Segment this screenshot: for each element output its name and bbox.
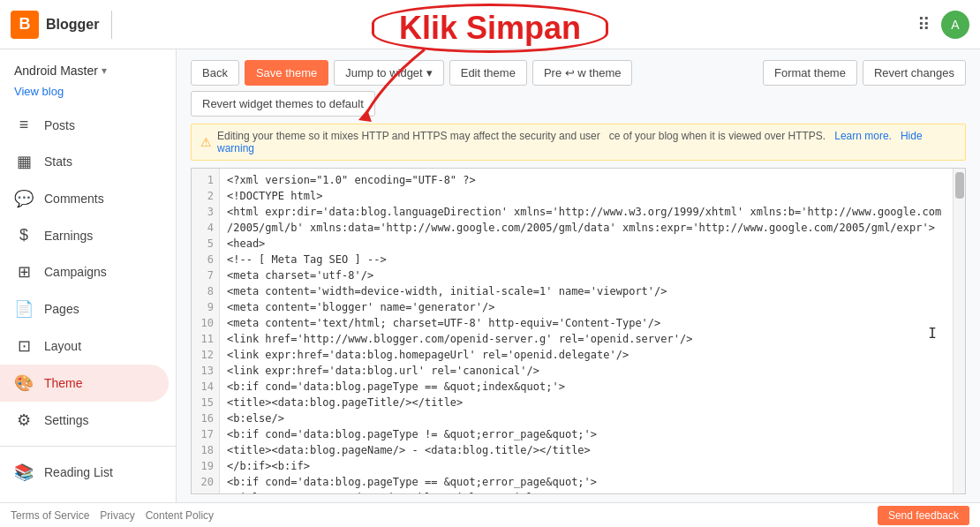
scrollbar[interactable] bbox=[953, 169, 965, 493]
warning-bar: ⚠ Editing your theme so it mixes HTTP an… bbox=[191, 124, 966, 161]
sidebar-item-label: Stats bbox=[44, 154, 72, 169]
settings-icon: ⚙ bbox=[14, 410, 34, 430]
avatar[interactable]: A bbox=[941, 11, 969, 39]
sidebar-item-label: Layout bbox=[44, 339, 81, 353]
dropdown-arrow-icon: ▾ bbox=[426, 66, 433, 79]
comments-icon: 💬 bbox=[14, 189, 34, 208]
layout-icon: ⊡ bbox=[14, 336, 34, 356]
terms-link[interactable]: Terms of Service bbox=[11, 509, 89, 522]
sidebar-divider bbox=[0, 446, 176, 447]
privacy-link[interactable]: Privacy bbox=[100, 509, 134, 522]
pages-icon: 📄 bbox=[14, 299, 34, 319]
sidebar-item-campaigns[interactable]: ⊞ Campaigns bbox=[0, 253, 169, 290]
code-content[interactable]: <?xml version="1.0" encoding="UTF-8" ?><… bbox=[220, 169, 965, 494]
sidebar-item-theme[interactable]: 🎨 Theme bbox=[0, 365, 169, 402]
sidebar-item-label: Settings bbox=[44, 413, 89, 427]
sidebar-item-earnings[interactable]: $ Earnings bbox=[0, 217, 169, 253]
footer: Terms of Service Privacy Content Policy … bbox=[0, 502, 980, 527]
sidebar-item-posts[interactable]: ≡ Posts bbox=[0, 107, 169, 143]
learn-more-link[interactable]: Learn more. bbox=[834, 130, 892, 142]
sidebar-item-settings[interactable]: ⚙ Settings bbox=[0, 402, 169, 439]
view-blog-link[interactable]: View blog bbox=[0, 83, 176, 107]
send-feedback-button[interactable]: Send feedback bbox=[878, 506, 969, 525]
main-layout: Android Master ▾ View blog ≡ Posts ▦ Sta… bbox=[0, 49, 980, 527]
preview-theme-button[interactable]: Pre ↩ w theme bbox=[532, 60, 633, 86]
code-lines: 1234567891011121314151617181920212223242… bbox=[192, 169, 965, 494]
sidebar: Android Master ▾ View blog ≡ Posts ▦ Sta… bbox=[0, 49, 177, 527]
klik-simpan-annotation: Klik Simpan bbox=[372, 4, 608, 53]
sidebar-item-label: Pages bbox=[44, 302, 79, 316]
earnings-icon: $ bbox=[14, 226, 34, 245]
jump-to-widget-button[interactable]: Jump to widget ▾ bbox=[334, 60, 443, 86]
sidebar-item-label: Comments bbox=[44, 192, 104, 206]
edit-theme-button[interactable]: Edit theme bbox=[449, 60, 527, 86]
code-editor[interactable]: 1234567891011121314151617181920212223242… bbox=[191, 168, 966, 494]
revert-button[interactable]: Revert changes bbox=[863, 60, 966, 86]
blog-name[interactable]: Android Master ▾ bbox=[0, 58, 176, 83]
grid-icon[interactable]: ⠿ bbox=[917, 14, 931, 35]
sidebar-item-label: Campaigns bbox=[44, 265, 107, 279]
warning-text: Editing your theme so it mixes HTTP and … bbox=[217, 130, 956, 154]
back-button[interactable]: Back bbox=[191, 60, 239, 86]
header: B Blogger Klik Simpan ⠿ A bbox=[0, 0, 980, 49]
stats-icon: ▦ bbox=[14, 152, 34, 171]
content-area: Back Save theme Jump to widget ▾ Edit th… bbox=[177, 49, 980, 527]
footer-links: Terms of Service Privacy Content Policy bbox=[11, 509, 214, 522]
sidebar-item-pages[interactable]: 📄 Pages bbox=[0, 290, 169, 327]
content-policy-link[interactable]: Content Policy bbox=[146, 509, 214, 522]
campaigns-icon: ⊞ bbox=[14, 262, 34, 282]
theme-icon: 🎨 bbox=[14, 373, 34, 393]
save-theme-button[interactable]: Save theme bbox=[245, 60, 328, 86]
sidebar-item-stats[interactable]: ▦ Stats bbox=[0, 143, 169, 180]
brand-name: Blogger bbox=[46, 17, 99, 33]
header-right: ⠿ A bbox=[917, 11, 969, 39]
warning-icon: ⚠ bbox=[200, 135, 212, 149]
annotation-text: Klik Simpan bbox=[399, 10, 581, 46]
dropdown-arrow: ▾ bbox=[102, 64, 107, 77]
posts-icon: ≡ bbox=[14, 116, 34, 134]
sidebar-item-label: Reading List bbox=[44, 465, 113, 479]
reading-list-icon: 📚 bbox=[14, 463, 34, 482]
revert-widget-button[interactable]: Revert widget themes to default bbox=[191, 91, 375, 117]
sidebar-item-comments[interactable]: 💬 Comments bbox=[0, 180, 169, 217]
blogger-logo: B Blogger bbox=[11, 11, 112, 39]
line-numbers: 1234567891011121314151617181920212223242… bbox=[192, 169, 220, 494]
toolbar: Back Save theme Jump to widget ▾ Edit th… bbox=[191, 60, 966, 117]
sidebar-item-label: Posts bbox=[44, 118, 75, 132]
sidebar-item-layout[interactable]: ⊡ Layout bbox=[0, 327, 169, 365]
sidebar-item-label: Theme bbox=[44, 376, 83, 390]
sidebar-item-label: Earnings bbox=[44, 229, 93, 243]
blogger-logo-icon: B bbox=[11, 11, 39, 39]
sidebar-item-reading-list[interactable]: 📚 Reading List bbox=[0, 454, 169, 491]
format-theme-button[interactable]: Format theme bbox=[763, 60, 857, 86]
